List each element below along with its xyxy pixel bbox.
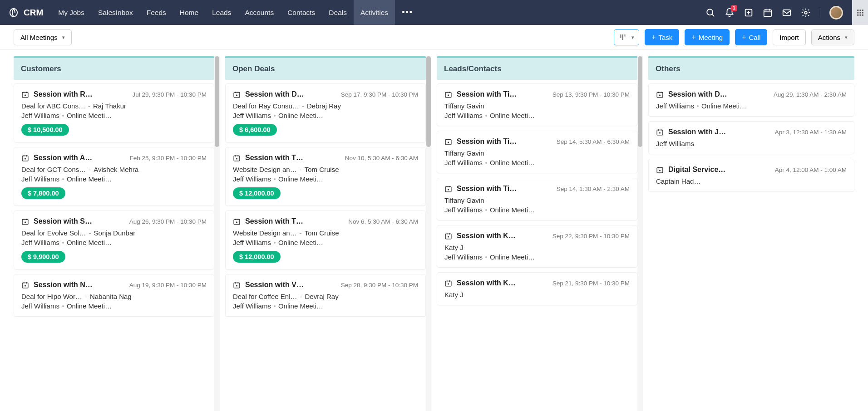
- new-call-button[interactable]: +Call: [735, 29, 767, 45]
- add-note-icon[interactable]: [744, 8, 754, 18]
- calendar-icon: [21, 218, 29, 225]
- nav-item-accounts[interactable]: Accounts: [238, 0, 281, 25]
- bell-icon[interactable]: 1: [725, 8, 735, 18]
- card-title: Session with Ti…: [457, 137, 517, 146]
- meeting-card[interactable]: Session with A…Feb 25, 9:30 PM - 10:30 P…: [14, 147, 214, 206]
- nav-item-my-jobs[interactable]: My Jobs: [51, 0, 91, 25]
- nav-item-feeds[interactable]: Feeds: [140, 0, 173, 25]
- user-avatar[interactable]: [829, 6, 843, 20]
- svg-rect-9: [783, 10, 791, 15]
- svg-point-86: [660, 170, 661, 171]
- svg-rect-15: [859, 12, 861, 13]
- card-title: Session with Ti…: [457, 90, 517, 98]
- calendar-icon: [444, 185, 452, 193]
- view-selector[interactable]: All Meetings: [14, 29, 72, 45]
- svg-rect-5: [764, 10, 772, 16]
- nav-item-salesinbox[interactable]: SalesInbox: [91, 0, 140, 25]
- search-icon[interactable]: [705, 8, 715, 18]
- import-button[interactable]: Import: [773, 29, 806, 45]
- meeting-card[interactable]: Session with Ti…Sep 13, 9:30 PM - 10:30 …: [437, 83, 637, 126]
- svg-point-70: [448, 236, 449, 237]
- card-title: Session with J…: [668, 128, 726, 136]
- meeting-card[interactable]: Session with D…Sep 17, 9:30 PM - 10:30 P…: [225, 83, 426, 142]
- nav-item-home[interactable]: Home: [173, 0, 205, 25]
- actions-button[interactable]: Actions: [811, 29, 854, 45]
- nav-right: 1: [705, 0, 868, 25]
- nav-more-icon[interactable]: •••: [395, 8, 420, 17]
- notification-badge: 1: [731, 5, 737, 11]
- card-owner-line: Jeff WilliamsOnline Meeti…: [444, 206, 630, 214]
- meeting-card[interactable]: Session with K…Sep 22, 9:30 PM - 10:30 P…: [437, 225, 637, 268]
- meeting-card[interactable]: Session with K…Sep 21, 9:30 PM - 10:30 P…: [437, 272, 637, 305]
- mail-icon[interactable]: [782, 8, 792, 18]
- scrollbar[interactable]: [637, 56, 643, 411]
- nav-item-deals[interactable]: Deals: [322, 0, 354, 25]
- card-title: Session with D…: [668, 90, 727, 98]
- meeting-card[interactable]: Session with N…Aug 19, 9:30 PM - 10:30 P…: [14, 274, 214, 317]
- card-deal-line: Deal for Coffee Enl…-Devraj Ray: [233, 293, 418, 300]
- card-owner-line: Jeff WilliamsOnline Meeti…: [233, 112, 418, 119]
- calendar-icon[interactable]: [763, 8, 773, 18]
- card-time: Aug 26, 9:30 PM - 10:30 PM: [129, 218, 207, 225]
- new-task-button[interactable]: +Task: [645, 29, 679, 45]
- meeting-card[interactable]: Session with T…Nov 6, 5:30 AM - 6:30 AMW…: [225, 210, 426, 269]
- column-header: Customers: [14, 56, 214, 80]
- gear-icon[interactable]: [801, 8, 811, 18]
- card-time: Sep 28, 9:30 PM - 10:30 PM: [341, 282, 418, 289]
- calendar-icon: [444, 279, 452, 287]
- svg-rect-14: [857, 12, 858, 13]
- card-title: Session with N…: [34, 281, 93, 289]
- card-title: Session with K…: [457, 232, 516, 240]
- svg-rect-17: [857, 14, 858, 15]
- amount-pill: $ 7,800.00: [21, 187, 65, 199]
- meeting-card[interactable]: Session with D…Aug 29, 1:30 AM - 2:30 AM…: [648, 83, 854, 117]
- card-title: Session with V…: [245, 281, 304, 289]
- card-contact: Katy J: [444, 291, 630, 298]
- nav-item-activities[interactable]: Activities: [354, 0, 395, 25]
- column-header: Leads/Contacts: [437, 56, 637, 80]
- meeting-card[interactable]: Session with Ti…Sep 14, 1:30 AM - 2:30 A…: [437, 178, 637, 220]
- logo-icon: [8, 7, 19, 18]
- meeting-card[interactable]: Session with V…Sep 28, 9:30 PM - 10:30 P…: [225, 274, 426, 317]
- column-open-deals: Open DealsSession with D…Sep 17, 9:30 PM…: [225, 56, 426, 411]
- svg-point-66: [448, 189, 449, 190]
- meeting-card[interactable]: Digital Service…Apr 4, 12:00 AM - 1:00 A…: [648, 159, 854, 192]
- card-owner-line: Jeff WilliamsOnline Meeti…: [21, 239, 207, 246]
- card-deal-line: Website Design an…-Tom Cruise: [233, 229, 418, 237]
- kanban-board: CustomersSession with R…Jul 29, 9:30 PM …: [0, 50, 868, 411]
- apps-grid-icon[interactable]: [852, 0, 868, 25]
- card-owner-line: Jeff WilliamsOnline Meeti…: [444, 112, 630, 119]
- amount-pill: $ 9,900.00: [21, 251, 65, 263]
- column-header: Others: [648, 56, 854, 80]
- card-owner-line: Jeff Williams: [656, 140, 847, 147]
- card-title: Session with Ti…: [457, 185, 517, 193]
- card-contact: Katy J: [444, 244, 630, 251]
- svg-point-50: [237, 222, 237, 223]
- scrollbar[interactable]: [426, 56, 431, 411]
- toolbar: All Meetings +Task +Meeting +Call Import…: [0, 25, 868, 50]
- calendar-icon: [656, 128, 664, 136]
- meeting-card[interactable]: Session with T…Nov 10, 5:30 AM - 6:30 AM…: [225, 147, 426, 206]
- calendar-icon: [233, 91, 241, 98]
- card-title: Session with S…: [34, 217, 92, 225]
- card-time: Feb 25, 9:30 PM - 10:30 PM: [129, 155, 207, 161]
- nav-items: My JobsSalesInboxFeedsHomeLeadsAccountsC…: [51, 0, 395, 25]
- calendar-icon: [444, 138, 452, 146]
- card-deal-line: Deal for Ray Consu…-Debraj Ray: [233, 102, 418, 110]
- new-meeting-button[interactable]: +Meeting: [685, 29, 730, 45]
- svg-point-42: [237, 95, 237, 96]
- nav-item-contacts[interactable]: Contacts: [281, 0, 322, 25]
- meeting-card[interactable]: Session with Ti…Sep 14, 5:30 AM - 6:30 A…: [437, 131, 637, 173]
- brand-logo[interactable]: CRM: [0, 7, 51, 18]
- scrollbar[interactable]: [214, 56, 220, 411]
- nav-item-leads[interactable]: Leads: [205, 0, 238, 25]
- layout-toggle[interactable]: [614, 29, 639, 45]
- column-body: Session with D…Sep 17, 9:30 PM - 10:30 P…: [225, 80, 426, 411]
- meeting-card[interactable]: Session with J…Apr 3, 12:30 AM - 1:30 AM…: [648, 121, 854, 154]
- column-body: Session with Ti…Sep 13, 9:30 PM - 10:30 …: [437, 80, 637, 411]
- card-time: Jul 29, 9:30 PM - 10:30 PM: [132, 91, 207, 98]
- card-owner-line: Jeff WilliamsOnline Meeti…: [21, 175, 207, 183]
- meeting-card[interactable]: Session with R…Jul 29, 9:30 PM - 10:30 P…: [14, 83, 214, 142]
- card-time: Nov 6, 5:30 AM - 6:30 AM: [348, 218, 418, 225]
- meeting-card[interactable]: Session with S…Aug 26, 9:30 PM - 10:30 P…: [14, 210, 214, 269]
